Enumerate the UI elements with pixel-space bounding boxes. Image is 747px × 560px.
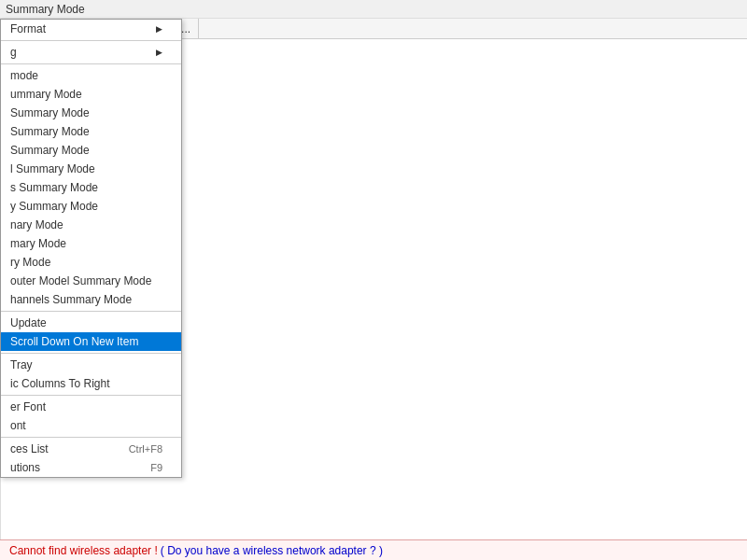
menu-item-header-font[interactable]: er Font (1, 398, 181, 416)
menu-item-channels[interactable]: hannels Summary Mode (1, 290, 181, 309)
menu-item-ry-mode[interactable]: ry Mode (1, 253, 181, 272)
menu-item-update[interactable]: Update (1, 314, 181, 332)
menu-separator-2 (1, 63, 181, 64)
menu-separator-6 (1, 437, 181, 438)
menu-separator-1 (1, 40, 181, 41)
status-warning-text: Cannot find wireless adapter ! (9, 544, 158, 557)
menu-item-mary-mode[interactable]: mary Mode (1, 234, 181, 253)
menu-item-format[interactable]: Format (1, 20, 181, 38)
shortcut-f9: F9 (150, 462, 162, 473)
menu-item-addresses-list[interactable]: ces List Ctrl+F8 (1, 440, 181, 458)
menu-item-summary-mode-4[interactable]: Summary Mode (1, 141, 181, 160)
menu-item-tray[interactable]: Tray (1, 356, 181, 374)
menu-item-router-model[interactable]: outer Model Summary Mode (1, 272, 181, 290)
menu-separator-3 (1, 311, 181, 312)
menu-item-l-summary-mode[interactable]: l Summary Mode (1, 160, 181, 178)
status-question-text: ( Do you have a wireless network adapter… (161, 544, 383, 557)
menu-separator-4 (1, 353, 181, 354)
menu-item-font[interactable]: ont (1, 416, 181, 435)
menu-item-options[interactable]: utions F9 (1, 458, 181, 477)
shortcut-ctrl-f8: Ctrl+F8 (129, 443, 162, 455)
menu-item-g[interactable]: g (1, 43, 181, 62)
menu-item-summary-mode-1[interactable]: ummary Mode (1, 85, 181, 104)
context-menu: Format g mode ummary Mode Summary Mode S… (0, 19, 182, 478)
title-bar: Summary Mode (0, 0, 747, 19)
main-window: Summary Mode Min Signal Qu... Max Signal… (0, 0, 747, 560)
menu-separator-5 (1, 395, 181, 396)
window-title: Summary Mode (6, 3, 85, 16)
content-area: Min Signal Qu... Max Signal Qu... Format… (0, 19, 747, 560)
menu-item-summary-mode-2[interactable]: Summary Mode (1, 104, 181, 122)
menu-item-scroll-down[interactable]: Scroll Down On New Item (1, 332, 181, 351)
menu-item-summary-mode-3[interactable]: Summary Mode (1, 122, 181, 141)
menu-item-y-summary-mode[interactable]: y Summary Mode (1, 197, 181, 216)
menu-item-columns-right[interactable]: ic Columns To Right (1, 374, 181, 393)
status-bar: Cannot find wireless adapter ! ( Do you … (0, 539, 747, 560)
menu-item-s-summary-mode[interactable]: s Summary Mode (1, 178, 181, 197)
menu-item-mode[interactable]: mode (1, 66, 181, 85)
menu-item-nary-mode[interactable]: nary Mode (1, 216, 181, 234)
